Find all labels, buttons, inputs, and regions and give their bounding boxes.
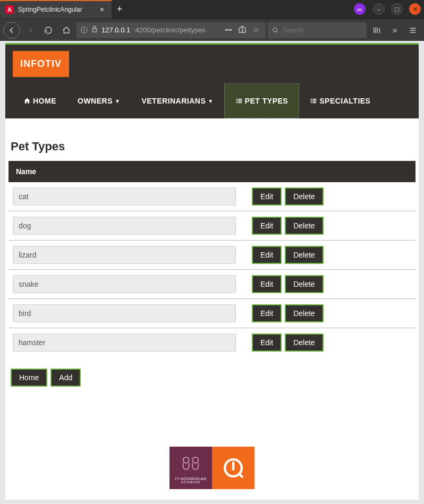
row-buttons: EditDelete (252, 275, 324, 293)
main-content: Pet Types Name EditDeleteEditDeleteEditD… (5, 118, 419, 441)
edit-button[interactable]: Edit (252, 304, 282, 322)
url-host: 127.0.0.1 (101, 26, 130, 34)
nav-home[interactable]: HOME (13, 83, 67, 118)
site-header: INFOTIV HOME OWNERS▼ VETERINARIANS▼ PET … (5, 45, 419, 118)
search-icon (272, 27, 278, 34)
search-input[interactable] (282, 26, 362, 34)
edit-button[interactable]: Edit (252, 275, 282, 293)
reload-button[interactable] (40, 22, 56, 38)
svg-rect-12 (311, 102, 312, 103)
svg-rect-4 (236, 100, 237, 101)
back-button[interactable] (3, 22, 20, 39)
tab-active-indicator (0, 0, 112, 1)
svg-rect-0 (92, 29, 97, 32)
svg-rect-6 (236, 102, 237, 103)
table-row: EditDelete (9, 241, 415, 270)
pet-type-name-input[interactable] (13, 275, 236, 293)
row-buttons: EditDelete (252, 304, 324, 322)
delete-button[interactable]: Delete (285, 187, 323, 206)
page-container: INFOTIV HOME OWNERS▼ VETERINARIANS▼ PET … (5, 43, 419, 500)
delete-button[interactable]: Delete (285, 304, 323, 322)
browser-viewport: INFOTIV HOME OWNERS▼ VETERINARIANS▼ PET … (0, 41, 424, 504)
nav-pettypes-label: PET TYPES (245, 97, 289, 105)
svg-rect-10 (311, 100, 312, 101)
row-buttons: EditDelete (252, 187, 324, 206)
footer-hs-line2: GÖTEBORG (181, 481, 201, 484)
school-icon (179, 452, 202, 476)
row-buttons: EditDelete (252, 334, 324, 352)
address-bar[interactable]: ⓘ 127.0.0.1:4200/petclinic/pettypes ••• … (77, 22, 266, 38)
footer-logo-ithogskolan: IT-HÖGSKOLAN GÖTEBORG (169, 447, 212, 489)
pet-type-name-input[interactable] (13, 246, 236, 264)
bookmark-star-icon[interactable]: ☆ (251, 26, 261, 34)
svg-rect-7 (238, 102, 242, 103)
table-row: EditDelete (9, 270, 415, 299)
delete-button[interactable]: Delete (285, 217, 323, 235)
table-row: EditDelete (9, 182, 415, 211)
home-icon (23, 97, 31, 105)
edit-button[interactable]: Edit (252, 217, 282, 235)
overflow-icon[interactable]: » (387, 22, 403, 38)
edit-button[interactable]: Edit (252, 334, 282, 352)
info-icon[interactable]: ⓘ (81, 25, 88, 35)
delete-button[interactable]: Delete (285, 275, 323, 293)
pet-type-name-input[interactable] (13, 217, 236, 235)
browser-tab[interactable]: A SpringPetclinicAngular × (0, 0, 112, 19)
pet-type-name-input[interactable] (13, 304, 236, 322)
new-tab-button[interactable]: + (112, 0, 128, 19)
table-row: EditDelete (9, 211, 415, 241)
table-row: EditDelete (9, 299, 415, 328)
tab-close-icon[interactable]: × (98, 5, 106, 14)
table-header-name: Name (9, 161, 415, 182)
pet-type-name-input[interactable] (13, 334, 236, 352)
nav-specialties[interactable]: SPECIALTIES (299, 83, 381, 118)
nav-owners[interactable]: OWNERS▼ (67, 83, 131, 118)
delete-button[interactable]: Delete (285, 246, 323, 264)
svg-rect-5 (238, 100, 242, 101)
pet-type-table: EditDeleteEditDeleteEditDeleteEditDelete… (9, 182, 415, 357)
nav-veterinarians[interactable]: VETERINARIANS▼ (131, 83, 224, 118)
row-buttons: EditDelete (252, 217, 324, 235)
menu-icon[interactable] (405, 22, 421, 38)
list-icon (310, 97, 317, 105)
infotiv-icon (222, 456, 245, 480)
svg-rect-3 (238, 99, 242, 100)
svg-rect-8 (311, 99, 312, 100)
forward-button[interactable] (22, 22, 38, 38)
tab-title: SpringPetclinicAngular (18, 6, 98, 13)
svg-rect-11 (312, 100, 316, 101)
window-close-button[interactable]: ✕ (409, 3, 421, 15)
library-icon[interactable] (369, 22, 385, 38)
svg-rect-9 (312, 99, 316, 100)
table-row: EditDelete (9, 328, 415, 357)
nav-vets-label: VETERINARIANS (141, 97, 206, 105)
svg-rect-13 (312, 102, 316, 103)
page-actions-icon[interactable]: ••• (223, 26, 234, 34)
url-path: :4200/petclinic/pettypes (133, 26, 206, 34)
svg-point-15 (192, 457, 198, 463)
lock-icon (91, 25, 98, 35)
angular-favicon: A (5, 5, 14, 14)
footer-hs-line1: IT-HÖGSKOLAN (175, 477, 207, 481)
incognito-icon: ∞ (354, 3, 366, 15)
svg-rect-2 (236, 99, 237, 100)
nav-pet-types[interactable]: PET TYPES (224, 83, 300, 118)
edit-button[interactable]: Edit (252, 246, 282, 264)
delete-button[interactable]: Delete (285, 334, 323, 352)
reader-mode-icon[interactable] (237, 25, 248, 35)
pet-type-name-input[interactable] (13, 187, 236, 206)
page-title: Pet Types (11, 140, 415, 153)
home-button[interactable] (58, 22, 74, 38)
window-minimize-button[interactable]: – (373, 3, 385, 15)
row-buttons: EditDelete (252, 246, 324, 264)
nav-owners-label: OWNERS (78, 97, 113, 105)
nav-home-label: HOME (33, 97, 56, 105)
add-button[interactable]: Add (50, 369, 81, 387)
svg-point-1 (273, 28, 277, 31)
search-bar[interactable] (268, 22, 367, 38)
home-button[interactable]: Home (11, 369, 47, 387)
window-maximize-button[interactable]: ▢ (391, 3, 403, 15)
edit-button[interactable]: Edit (252, 187, 282, 206)
nav-specialties-label: SPECIALTIES (319, 97, 370, 105)
chevron-down-icon: ▼ (115, 98, 120, 104)
